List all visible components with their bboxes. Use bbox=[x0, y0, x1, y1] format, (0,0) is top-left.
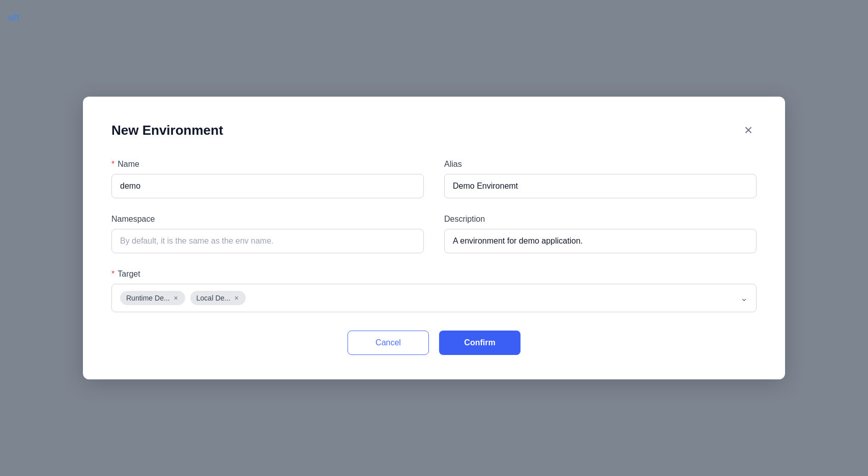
description-label: Description bbox=[444, 215, 757, 224]
alias-field-group: Alias bbox=[444, 160, 757, 198]
target-label: * Target bbox=[111, 270, 757, 279]
tag-runtime-remove-button[interactable]: × bbox=[173, 294, 179, 302]
target-select[interactable]: Runtime De... × Local De... × ⌄ bbox=[111, 284, 757, 312]
modal-header: New Environment × bbox=[111, 121, 757, 139]
name-input[interactable] bbox=[111, 174, 424, 198]
close-button[interactable]: × bbox=[740, 121, 757, 139]
modal-footer: Cancel Confirm bbox=[111, 331, 757, 355]
tag-runtime-label: Runtime De... bbox=[126, 294, 170, 302]
namespace-label: Namespace bbox=[111, 215, 424, 224]
tag-local-close-icon: × bbox=[235, 294, 239, 302]
name-field-group: * Name bbox=[111, 160, 424, 198]
alias-label: Alias bbox=[444, 160, 757, 169]
cancel-button[interactable]: Cancel bbox=[348, 331, 429, 355]
namespace-field-group: Namespace bbox=[111, 215, 424, 253]
target-field-group: * Target Runtime De... × Local De... × bbox=[111, 270, 757, 312]
name-label: * Name bbox=[111, 160, 424, 169]
alias-input[interactable] bbox=[444, 174, 757, 198]
target-required-star: * bbox=[111, 270, 114, 279]
tag-local: Local De... × bbox=[190, 291, 246, 305]
tag-local-label: Local De... bbox=[196, 294, 230, 302]
tag-local-remove-button[interactable]: × bbox=[234, 294, 240, 302]
close-icon: × bbox=[744, 123, 753, 137]
namespace-input[interactable] bbox=[111, 229, 424, 253]
tag-runtime: Runtime De... × bbox=[120, 291, 185, 305]
modal-backdrop: ult New Environment × * Name Alias bbox=[0, 0, 868, 476]
chevron-down-icon: ⌄ bbox=[740, 292, 748, 304]
tag-runtime-close-icon: × bbox=[174, 294, 178, 302]
name-required-star: * bbox=[111, 160, 114, 169]
new-environment-modal: New Environment × * Name Alias bbox=[83, 97, 785, 379]
background-hint: ult bbox=[0, 8, 27, 27]
confirm-button[interactable]: Confirm bbox=[439, 331, 520, 355]
description-field-group: Description bbox=[444, 215, 757, 253]
description-input[interactable] bbox=[444, 229, 757, 253]
form-grid: * Name Alias Namespace bbox=[111, 160, 757, 312]
modal-title: New Environment bbox=[111, 123, 223, 138]
